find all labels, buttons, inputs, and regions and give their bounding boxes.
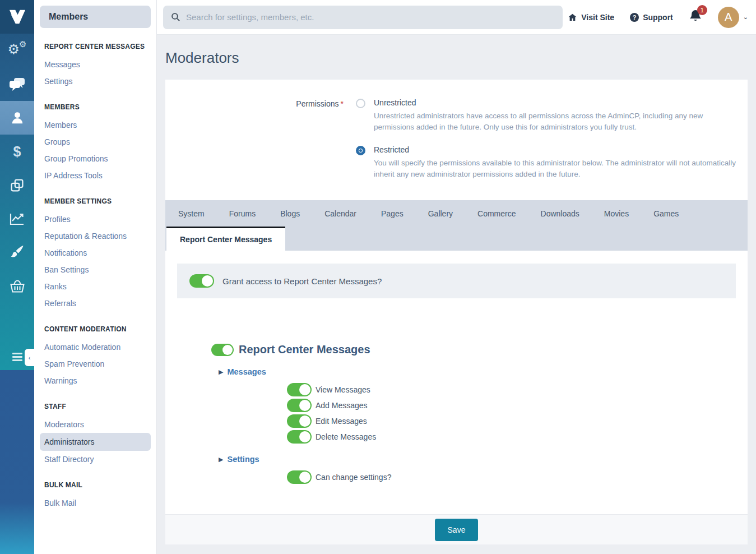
permission-tree: Report Center Messages ▶ Messages View M… — [165, 298, 748, 514]
support-link[interactable]: ? Support — [630, 13, 673, 22]
sidebar-collapse-button[interactable]: ‹ — [25, 349, 34, 366]
add-messages-toggle[interactable] — [287, 399, 312, 412]
report-center-messages-tab-content: Grant access to Report Center Messages? … — [165, 251, 748, 514]
icon-rail-menu: ⚙⚙ $ — [0, 0, 34, 370]
sidebar-item-moderators[interactable]: Moderators — [44, 416, 151, 433]
perm-row-add-messages: Add Messages — [287, 399, 748, 412]
person-icon — [10, 110, 25, 125]
sidebar-item-automatic-moderation[interactable]: Automatic Moderation — [44, 339, 151, 356]
admincp-app: ⚙⚙ $ — [0, 0, 756, 554]
sidebar-section-bulk-mail: BULK MAIL Bulk Mail — [44, 481, 151, 511]
search-icon — [171, 12, 180, 22]
sidebar-section-header: MEMBERS — [44, 103, 151, 111]
sidebar-item-messages[interactable]: Messages — [44, 56, 151, 73]
tab-calendar[interactable]: Calendar — [324, 209, 356, 218]
chevron-left-icon: ‹ — [29, 354, 31, 361]
tabs-row: System Forums Blogs Calendar Pages Galle… — [165, 200, 748, 227]
required-asterisk: * — [341, 99, 344, 108]
sidebar-item-group-promotions[interactable]: Group Promotions — [44, 150, 151, 167]
sidebar-section-header: BULK MAIL — [44, 481, 151, 489]
sidebar-item-staff-directory[interactable]: Staff Directory — [44, 451, 151, 468]
radio-unrestricted[interactable] — [356, 99, 365, 108]
account-menu[interactable]: A ⌄ — [718, 7, 748, 28]
tab-games[interactable]: Games — [653, 209, 679, 218]
permission-option-unrestricted: Unrestricted Unrestricted administrators… — [356, 98, 739, 133]
permissions-field-label: Permissions* — [165, 98, 356, 180]
search-input[interactable] — [186, 12, 555, 22]
tab-gallery[interactable]: Gallery — [428, 209, 453, 218]
top-bar: Visit Site ? Support 1 A ⌄ — [157, 0, 756, 35]
page-content: Moderators Permissions* Unrestricted Unr… — [157, 35, 756, 554]
group-header-messages[interactable]: ▶ Messages — [219, 367, 748, 376]
icon-rail: ⚙⚙ $ — [0, 0, 34, 554]
rail-item-system[interactable]: ⚙⚙ — [0, 34, 34, 67]
tab-forums[interactable]: Forums — [229, 209, 256, 218]
group-header-label: Settings — [227, 455, 259, 464]
perm-row-can-change-settings: Can change settings? — [287, 470, 748, 484]
sidebar-item-ip-address-tools[interactable]: IP Address Tools — [44, 167, 151, 184]
sidebar-section-header: MEMBER SETTINGS — [44, 197, 151, 205]
tab-movies[interactable]: Movies — [604, 209, 629, 218]
active-tab-row: Report Center Messages — [165, 227, 748, 251]
dollar-icon: $ — [13, 144, 21, 160]
rail-item-stats[interactable] — [0, 202, 34, 236]
search-box[interactable] — [163, 6, 563, 29]
sidebar-item-settings[interactable]: Settings — [44, 73, 151, 90]
rail-item-pages[interactable] — [0, 168, 34, 202]
rail-item-community[interactable] — [0, 67, 34, 101]
sidebar-item-ban-settings[interactable]: Ban Settings — [44, 261, 151, 278]
can-change-settings-toggle[interactable] — [287, 470, 312, 484]
tab-downloads[interactable]: Downloads — [541, 209, 579, 218]
triangle-right-icon: ▶ — [219, 456, 223, 463]
tab-blogs[interactable]: Blogs — [280, 209, 300, 218]
sidebar-item-spam-prevention[interactable]: Spam Prevention — [44, 356, 151, 372]
delete-messages-toggle[interactable] — [287, 430, 312, 444]
tab-report-center-messages[interactable]: Report Center Messages — [166, 227, 285, 251]
sidebar-item-bulk-mail[interactable]: Bulk Mail — [44, 495, 151, 511]
sidebar-item-profiles[interactable]: Profiles — [44, 211, 151, 228]
sidebar-item-referrals[interactable]: Referrals — [44, 295, 151, 312]
group-header-settings[interactable]: ▶ Settings — [219, 455, 748, 464]
sidebar-item-members[interactable]: Members — [44, 117, 151, 133]
sidebar-item-administrators[interactable]: Administrators — [40, 433, 151, 451]
invision-logo-icon — [8, 8, 27, 25]
sidebar-section-member-settings: MEMBER SETTINGS Profiles Reputation & Re… — [44, 197, 151, 312]
sidebar: Members REPORT CENTER MESSAGES Messages … — [34, 0, 157, 554]
sidebar-item-warnings[interactable]: Warnings — [44, 372, 151, 389]
permission-option-restricted: Restricted You will specify the permissi… — [356, 145, 739, 181]
triangle-right-icon: ▶ — [219, 368, 223, 376]
report-center-messages-toggle[interactable] — [211, 344, 234, 356]
chat-bubbles-icon — [9, 77, 25, 91]
sidebar-item-reputation-reactions[interactable]: Reputation & Reactions — [44, 228, 151, 244]
perm-row-label: Edit Messages — [316, 417, 367, 426]
sidebar-item-notifications[interactable]: Notifications — [44, 244, 151, 261]
moderators-card: Permissions* Unrestricted Unrestricted a… — [165, 80, 748, 544]
gears-icon: ⚙⚙ — [8, 41, 27, 59]
notifications-button[interactable]: 1 — [689, 9, 702, 26]
sidebar-item-ranks[interactable]: Ranks — [44, 278, 151, 295]
notification-badge: 1 — [697, 5, 707, 15]
rail-item-members[interactable] — [0, 101, 34, 135]
rail-item-commerce[interactable]: $ — [0, 135, 34, 168]
visit-site-link[interactable]: Visit Site — [568, 13, 614, 22]
line-chart-icon — [9, 212, 25, 226]
sidebar-item-groups[interactable]: Groups — [44, 133, 151, 150]
permissions-panel: Permissions* Unrestricted Unrestricted a… — [165, 80, 748, 200]
save-button[interactable]: Save — [435, 519, 479, 541]
grant-access-toggle[interactable] — [189, 274, 214, 288]
view-messages-toggle[interactable] — [287, 383, 312, 396]
radio-label[interactable]: Unrestricted — [374, 98, 739, 107]
copy-pages-icon — [10, 178, 24, 192]
perm-row-delete-messages: Delete Messages — [287, 430, 748, 444]
radio-restricted[interactable] — [356, 146, 365, 155]
edit-messages-toggle[interactable] — [287, 414, 312, 428]
tab-pages[interactable]: Pages — [381, 209, 403, 218]
perm-row-view-messages: View Messages — [287, 383, 748, 396]
rail-item-customization[interactable] — [0, 236, 34, 269]
rail-item-store[interactable] — [0, 269, 34, 303]
icon-rail-filler — [0, 370, 34, 554]
invision-logo[interactable] — [0, 0, 34, 34]
tab-system[interactable]: System — [178, 209, 205, 218]
radio-label[interactable]: Restricted — [374, 145, 739, 154]
tab-commerce[interactable]: Commerce — [477, 209, 516, 218]
